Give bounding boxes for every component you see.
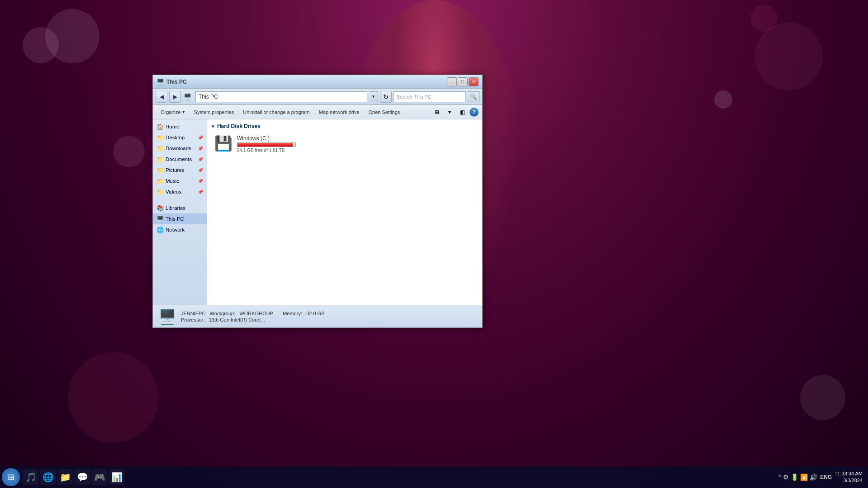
- sidebar-item-home[interactable]: 🏠 Home: [153, 121, 207, 132]
- organize-button[interactable]: Organize ▾: [157, 107, 189, 118]
- status-name-workgroup: JENNIEPC Workgroup: WORKGROUP Memory: 32…: [181, 311, 324, 316]
- address-bar: ◀ ▶ 🖥️ This PC ▼ ↻ Search This PC 🔍: [153, 89, 482, 105]
- language-indicator[interactable]: ENG: [820, 474, 832, 480]
- drive-item-c[interactable]: 💾 Windows (C:) 94.1 GB free of 1.81 TB: [211, 133, 479, 155]
- folder-icon: 📁: [157, 145, 164, 152]
- bokeh-circle: [800, 375, 845, 420]
- sidebar: 🏠 Home 📁 Desktop 📌 📁 Downloads 📌 📁 Docum…: [153, 119, 207, 305]
- start-icon: ⊞: [8, 472, 14, 482]
- tray-settings-icon[interactable]: ⚙: [783, 474, 789, 481]
- sidebar-item-label: Home: [166, 124, 180, 129]
- bokeh-circle: [23, 27, 59, 63]
- section-title: Hard Disk Drives: [217, 123, 261, 129]
- processor-value: 13th Gen Intel(R) Core(...: [209, 317, 265, 322]
- sidebar-item-downloads[interactable]: 📁 Downloads 📌: [153, 143, 207, 154]
- explorer-icon: 📁: [60, 472, 71, 483]
- network-icon: 🌐: [157, 226, 164, 233]
- computer-name: JENNIEPC: [181, 311, 205, 316]
- minimize-button[interactable]: —: [447, 77, 457, 86]
- sidebar-item-pictures[interactable]: 📁 Pictures 📌: [153, 165, 207, 175]
- clock-time: 11:33:34 AM: [835, 470, 863, 477]
- taskbar-steam[interactable]: 🎮: [91, 469, 108, 485]
- address-dropdown-button[interactable]: ▼: [369, 91, 378, 102]
- drive-bar-fill: [237, 143, 293, 147]
- start-button[interactable]: ⊞: [2, 468, 20, 486]
- sidebar-item-libraries[interactable]: 📚 Libraries: [153, 203, 207, 213]
- tray-chevron[interactable]: ^: [778, 474, 782, 481]
- uninstall-button[interactable]: Uninstall or change a program: [239, 107, 313, 118]
- map-network-button[interactable]: Map network drive: [315, 107, 364, 118]
- section-header: ▼ Hard Disk Drives: [211, 123, 479, 129]
- view-tiles-button[interactable]: ⊞: [432, 107, 442, 118]
- tray-volume-icon[interactable]: 🔊: [810, 474, 817, 481]
- tray-wifi-icon[interactable]: 📶: [800, 474, 808, 481]
- pin-icon: 📌: [198, 146, 203, 151]
- section-collapse-icon[interactable]: ▼: [211, 124, 215, 129]
- open-settings-button[interactable]: Open Settings: [365, 107, 404, 118]
- sidebar-item-label: Downloads: [166, 146, 191, 151]
- taskbar-edge[interactable]: 🌐: [40, 469, 56, 485]
- preview-pane-button[interactable]: ◧: [457, 107, 468, 118]
- pin-icon: 📌: [198, 179, 203, 184]
- help-button[interactable]: ?: [470, 108, 479, 117]
- window-controls: — □ ✕: [447, 77, 479, 86]
- status-info: JENNIEPC Workgroup: WORKGROUP Memory: 32…: [181, 311, 324, 322]
- status-processor: Processor: 13th Gen Intel(R) Core(...: [181, 317, 324, 322]
- view-dropdown-button[interactable]: ▾: [444, 107, 455, 118]
- folder-icon: 📁: [157, 188, 164, 195]
- system-properties-button[interactable]: System properties: [190, 107, 238, 118]
- search-input[interactable]: Search This PC: [394, 91, 466, 102]
- sidebar-item-label: Pictures: [166, 167, 185, 173]
- organize-label: Organize: [161, 109, 181, 115]
- status-bar: 🖥️ JENNIEPC Workgroup: WORKGROUP Memory:…: [153, 305, 482, 327]
- memory-value: 32.0 GB: [306, 311, 324, 316]
- file-explorer-window: 🖥️ This PC — □ ✕ ◀ ▶ 🖥️ This PC ▼ ↻ Sear…: [152, 75, 483, 328]
- help-icon: ?: [472, 109, 475, 115]
- pin-icon: 📌: [198, 190, 203, 194]
- pin-icon: 📌: [198, 135, 203, 140]
- sidebar-item-network[interactable]: 🌐 Network: [153, 224, 207, 235]
- refresh-button[interactable]: ↻: [380, 91, 392, 103]
- back-button[interactable]: ◀: [156, 91, 167, 103]
- taskbar-explorer[interactable]: 📁: [57, 469, 73, 485]
- address-input[interactable]: This PC: [195, 91, 367, 102]
- clock-date: 3/3/2024: [835, 477, 863, 484]
- drive-icon: 💾: [214, 135, 232, 153]
- edge-icon: 🌐: [43, 472, 54, 483]
- steam-icon: 🎮: [94, 472, 105, 483]
- taskbar-app[interactable]: 📊: [109, 469, 125, 485]
- taskbar-discord[interactable]: 💬: [74, 469, 90, 485]
- drive-icon-image: 💾: [214, 135, 232, 152]
- search-button[interactable]: 🔍: [468, 91, 479, 102]
- title-bar: 🖥️ This PC — □ ✕: [153, 75, 482, 89]
- folder-icon: 📁: [157, 166, 164, 174]
- sidebar-item-label: Documents: [166, 156, 192, 162]
- search-icon: 🔍: [470, 94, 477, 100]
- clock[interactable]: 11:33:34 AM 3/3/2024: [835, 470, 863, 484]
- bokeh-circle: [755, 23, 823, 90]
- sidebar-item-desktop[interactable]: 📁 Desktop 📌: [153, 132, 207, 143]
- drive-free-space: 94.1 GB free of 1.81 TB: [237, 148, 296, 153]
- sidebar-item-label: Videos: [166, 189, 181, 194]
- sidebar-item-music[interactable]: 📁 Music 📌: [153, 175, 207, 186]
- sidebar-item-documents[interactable]: 📁 Documents 📌: [153, 154, 207, 165]
- system-properties-label: System properties: [194, 109, 234, 115]
- drive-name: Windows (C:): [237, 135, 296, 142]
- tray-icon-2[interactable]: 🔋: [791, 474, 798, 481]
- workgroup-value: WORKGROUP: [239, 311, 273, 316]
- forward-button[interactable]: ▶: [169, 91, 181, 103]
- bokeh-circle: [113, 136, 145, 167]
- main-area: 🏠 Home 📁 Desktop 📌 📁 Downloads 📌 📁 Docum…: [153, 119, 482, 305]
- sidebar-item-this-pc[interactable]: 🖥️ This PC: [153, 213, 207, 224]
- desktop: 🖥️ This PC — □ ✕ ◀ ▶ 🖥️ This PC ▼ ↻ Sear…: [0, 0, 868, 488]
- system-tray: ^ ⚙ 🔋 📶 🔊: [778, 474, 818, 481]
- close-button[interactable]: ✕: [469, 77, 479, 86]
- sidebar-item-videos[interactable]: 📁 Videos 📌: [153, 186, 207, 197]
- processor-label: Processor:: [181, 317, 205, 322]
- pin-icon: 📌: [198, 168, 203, 173]
- content-area: ▼ Hard Disk Drives 💾 Windows (C:) 94.1 G…: [207, 119, 482, 305]
- taskbar-music[interactable]: 🎵: [23, 469, 39, 485]
- toolbar: Organize ▾ System properties Uninstall o…: [153, 105, 482, 119]
- maximize-button[interactable]: □: [458, 77, 468, 86]
- folder-icon: 📁: [157, 156, 164, 163]
